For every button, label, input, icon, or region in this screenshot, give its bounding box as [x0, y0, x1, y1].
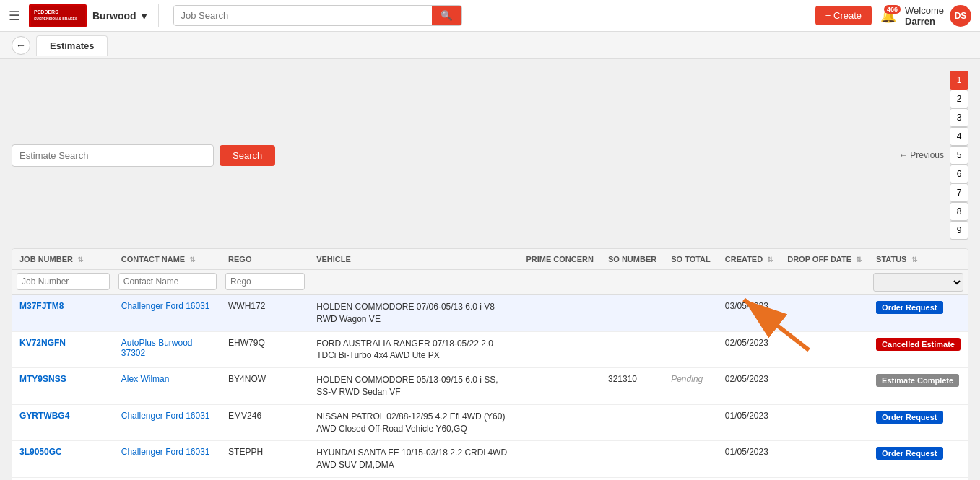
estimate-search-input[interactable]	[12, 144, 214, 167]
status-cell: Estimate Complete	[869, 368, 968, 405]
notifications-button[interactable]: 🔔 466	[880, 8, 896, 24]
welcome-area: Welcome Darren DS	[905, 5, 971, 27]
branch-name: Burwood	[92, 10, 136, 22]
svg-text:SUSPENSION & BRAKES: SUSPENSION & BRAKES	[34, 17, 78, 21]
page-btn-9[interactable]: 9	[950, 221, 968, 240]
col-so-total: SO TOTAL	[664, 249, 718, 270]
page-btn-1[interactable]: 1	[950, 71, 968, 90]
so-number-cell	[601, 331, 664, 368]
col-status[interactable]: STATUS ⇅	[869, 249, 968, 270]
menu-icon[interactable]: ☰	[9, 8, 20, 24]
page-btn-2[interactable]: 2	[950, 90, 968, 108]
col-job-number[interactable]: JOB NUMBER ⇅	[12, 249, 114, 270]
back-button[interactable]: ←	[12, 36, 30, 55]
nav-right: + Create 🔔 466 Welcome Darren DS	[815, 5, 971, 27]
job-search-button[interactable]: 🔍	[432, 6, 461, 25]
so-total-cell	[664, 477, 718, 480]
breadcrumb-bar: ← Estimates	[0, 32, 980, 59]
prime-concern-cell	[519, 368, 601, 405]
status-badge: Cancelled Estimate	[876, 338, 961, 351]
contact-name-cell[interactable]: Challenger Ford 16031	[121, 411, 210, 421]
drop-off-date-cell	[780, 477, 869, 480]
estimates-tab[interactable]: Estimates	[36, 35, 108, 56]
prime-concern-cell	[519, 441, 601, 478]
status-cell: Order Request	[869, 477, 968, 480]
job-number-cell[interactable]: 3L9050GC	[19, 447, 62, 457]
page-btn-5[interactable]: 5	[950, 146, 968, 165]
col-so-number: SO NUMBER	[601, 249, 664, 270]
col-contact-name[interactable]: CONTACT NAME ⇅	[114, 249, 221, 270]
col-prime-concern: PRIME CONCERN	[519, 249, 601, 270]
logo-area: PEDDERS SUSPENSION & BRAKES Burwood ▼	[29, 4, 159, 27]
so-number-cell: 321310	[601, 368, 664, 405]
status-badge: Order Request	[876, 447, 942, 460]
created-cell: 01/05/2023	[718, 477, 780, 480]
status-cell: Order Request	[869, 441, 968, 478]
contact-name-cell[interactable]: Challenger Ford 16031	[121, 301, 210, 311]
table-row[interactable]: M37FJTM8 Challenger Ford 16031 WWH172 HO…	[12, 295, 968, 332]
status-cell: Order Request	[869, 404, 968, 441]
created-cell: 02/05/2023	[718, 368, 780, 405]
job-number-cell[interactable]: MTY9SNSS	[19, 374, 66, 384]
status-badge: Estimate Complete	[876, 374, 959, 387]
contact-name-cell[interactable]: Alex Wilman	[121, 374, 170, 384]
table-row[interactable]: KV72NGFN AutoPlus Burwood 37302 EHW79Q F…	[12, 331, 968, 368]
page-buttons: 123456789	[950, 71, 968, 240]
drop-off-date-cell	[780, 404, 869, 441]
filter-row	[12, 270, 968, 295]
search-button[interactable]: Search	[220, 145, 275, 166]
vehicle-cell: HOLDEN COMMODORE 07/06-05/13 6.0 i V8 RW…	[309, 295, 519, 332]
branch-selector[interactable]: Burwood ▼	[92, 10, 149, 22]
page-btn-6[interactable]: 6	[950, 165, 968, 183]
table-row[interactable]: GYRTWBG4 Challenger Ford 16031 EMV246 NI…	[12, 404, 968, 441]
job-number-cell[interactable]: GYRTWBG4	[19, 411, 69, 421]
table-header-row: JOB NUMBER ⇅ CONTACT NAME ⇅ REGO VEHICLE…	[12, 249, 968, 270]
search-controls: Search	[12, 144, 275, 167]
status-cell: Cancelled Estimate	[869, 331, 968, 368]
prev-page[interactable]: ← Previous	[899, 150, 944, 160]
prime-concern-cell	[519, 404, 601, 441]
page-btn-3[interactable]: 3	[950, 108, 968, 127]
created-cell: 03/05/2023	[718, 295, 780, 332]
vehicle-cell: NISSAN PATROL 02/88-12/95 4.2 Efi 4WD (Y…	[309, 404, 519, 441]
rego-cell: EHW79Q	[221, 331, 309, 368]
filter-job-number[interactable]	[17, 273, 110, 290]
col-rego: REGO	[221, 249, 309, 270]
table-row[interactable]: 3L9050GC Challenger Ford 16031 STEPPH HY…	[12, 441, 968, 478]
rego-cell: WWH172	[221, 477, 309, 480]
page-btn-7[interactable]: 7	[950, 183, 968, 202]
col-drop-off-date[interactable]: DROP OFF DATE ⇅	[780, 249, 869, 270]
filter-contact-name[interactable]	[118, 273, 217, 290]
table-row[interactable]: 8WSQ3Y7S Challenger Ford 16031 WWH172 HO…	[12, 477, 968, 480]
job-search-bar: 🔍	[173, 5, 462, 26]
created-cell: 02/05/2023	[718, 331, 780, 368]
col-vehicle: VEHICLE	[309, 249, 519, 270]
drop-off-date-cell	[780, 295, 869, 332]
table-row[interactable]: MTY9SNSS Alex Wilman BY4NOW HOLDEN COMMO…	[12, 368, 968, 405]
created-cell: 01/05/2023	[718, 441, 780, 478]
create-button[interactable]: + Create	[815, 6, 872, 25]
contact-name-cell[interactable]: Challenger Ford 16031	[121, 447, 210, 457]
so-total-cell	[664, 331, 718, 368]
filter-rego[interactable]	[225, 273, 305, 290]
col-created[interactable]: CREATED ⇅	[718, 249, 780, 270]
notification-badge: 466	[884, 5, 901, 14]
contact-name-cell[interactable]: AutoPlus Burwood 37302	[121, 338, 193, 358]
so-number-cell	[601, 295, 664, 332]
job-search-input[interactable]	[174, 6, 432, 25]
page-btn-8[interactable]: 8	[950, 202, 968, 221]
drop-off-date-cell	[780, 331, 869, 368]
status-badge: Order Request	[876, 301, 942, 314]
job-number-cell[interactable]: KV72NGFN	[19, 338, 66, 348]
so-total-cell: Pending	[664, 368, 718, 405]
welcome-text: Welcome Darren	[905, 5, 944, 27]
logo: PEDDERS SUSPENSION & BRAKES	[29, 4, 87, 27]
rego-cell: STEPPH	[221, 441, 309, 478]
job-number-cell[interactable]: M37FJTM8	[19, 301, 64, 311]
page-btn-4[interactable]: 4	[950, 127, 968, 146]
pagination: ← Previous 123456789	[899, 71, 968, 240]
status-cell: Order Request	[869, 295, 968, 332]
filter-status[interactable]	[873, 273, 963, 292]
created-cell: 01/05/2023	[718, 404, 780, 441]
svg-text:PEDDERS: PEDDERS	[34, 9, 58, 14]
